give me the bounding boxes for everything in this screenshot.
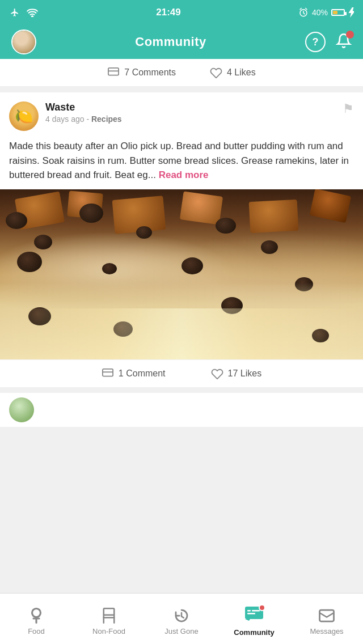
post-avatar[interactable]: 🍋 (9, 101, 39, 131)
non-food-label: Non-Food (92, 627, 125, 635)
svg-rect-2 (108, 68, 119, 75)
app-header: Community ? (0, 25, 363, 59)
messages-label: Messages (310, 627, 343, 635)
svg-point-0 (32, 16, 33, 17)
status-left (9, 8, 39, 17)
previous-card-partial: 7 Comments 4 Likes (0, 59, 363, 87)
post-likes-stat[interactable]: 17 Likes (211, 368, 262, 379)
status-time: 21:49 (156, 7, 180, 18)
nav-messages[interactable]: Messages (290, 594, 363, 644)
svg-rect-11 (252, 610, 260, 612)
next-card-partial (0, 393, 363, 427)
battery-percent: 40% (312, 8, 328, 17)
post-meta: Waste 4 days ago - Recipes (45, 101, 354, 124)
comments-stat[interactable]: 7 Comments (107, 67, 176, 78)
user-avatar[interactable] (11, 29, 36, 54)
status-bar: 21:49 40% (0, 0, 363, 25)
header-icons: ? (305, 32, 352, 52)
history-icon (173, 607, 190, 624)
chair-icon (100, 607, 117, 624)
svg-rect-12 (320, 610, 334, 621)
nav-food[interactable]: Food (0, 594, 73, 644)
post-comments-stat[interactable]: 1 Comment (102, 368, 166, 379)
svg-rect-4 (103, 368, 113, 376)
svg-point-6 (32, 608, 41, 617)
post-image (0, 189, 363, 359)
just-gone-label: Just Gone (164, 627, 198, 635)
post-avatar-image: 🍋 (9, 101, 39, 131)
likes-stat[interactable]: 4 Likes (210, 67, 256, 78)
food-label: Food (28, 627, 45, 635)
likes-label: 4 Likes (227, 67, 256, 78)
community-badge-wrap (244, 606, 264, 625)
post-card: 🍋 Waste 4 days ago - Recipes ⚑ Made this… (0, 92, 363, 387)
community-notification-dot (259, 604, 265, 611)
dash: - (86, 115, 89, 124)
next-avatar (9, 397, 34, 422)
svg-rect-9 (247, 610, 251, 612)
post-comments-label: 1 Comment (119, 368, 166, 379)
heart-icon (210, 67, 222, 78)
bottom-nav: Food Non-Food Just Gone (0, 593, 363, 644)
svg-rect-10 (247, 613, 255, 615)
comments-label: 7 Comments (124, 67, 176, 78)
food-icon (28, 607, 45, 624)
alarm-icon (298, 7, 309, 18)
post-body: Made this beauty after an Olio pick up. … (0, 137, 363, 189)
svg-rect-7 (104, 608, 114, 615)
nav-community[interactable]: Community (218, 594, 290, 644)
help-button[interactable]: ? (305, 32, 326, 52)
post-stats: 1 Comment 17 Likes (0, 359, 363, 387)
messages-icon (318, 607, 335, 624)
notification-badge (346, 31, 354, 39)
flag-icon[interactable]: ⚑ (343, 101, 354, 116)
status-right: 40% (298, 7, 354, 18)
nav-just-gone[interactable]: Just Gone (145, 594, 218, 644)
lightning-icon (348, 7, 354, 18)
comment-icon (107, 67, 120, 78)
header-title: Community (135, 35, 206, 49)
nav-non-food[interactable]: Non-Food (73, 594, 145, 644)
notification-bell[interactable] (336, 33, 352, 51)
wifi-icon (26, 8, 39, 17)
airplane-icon (9, 8, 20, 17)
battery-icon (331, 9, 345, 16)
time-ago: 4 days ago (45, 115, 85, 124)
read-more-link[interactable]: Read more (159, 170, 209, 180)
pudding-image (0, 189, 363, 359)
community-label: Community (234, 628, 275, 637)
post-likes-label: 17 Likes (228, 368, 262, 379)
comment-icon (102, 368, 114, 379)
heart-icon (211, 368, 223, 379)
feed: 7 Comments 4 Likes 🍋 Waste 4 days ago - … (0, 59, 363, 484)
post-username: Waste (45, 101, 354, 113)
post-time: 4 days ago - Recipes (45, 115, 354, 124)
post-category: Recipes (91, 115, 122, 124)
post-header: 🍋 Waste 4 days ago - Recipes ⚑ (0, 92, 363, 137)
lemon-icon: 🍋 (15, 108, 33, 125)
